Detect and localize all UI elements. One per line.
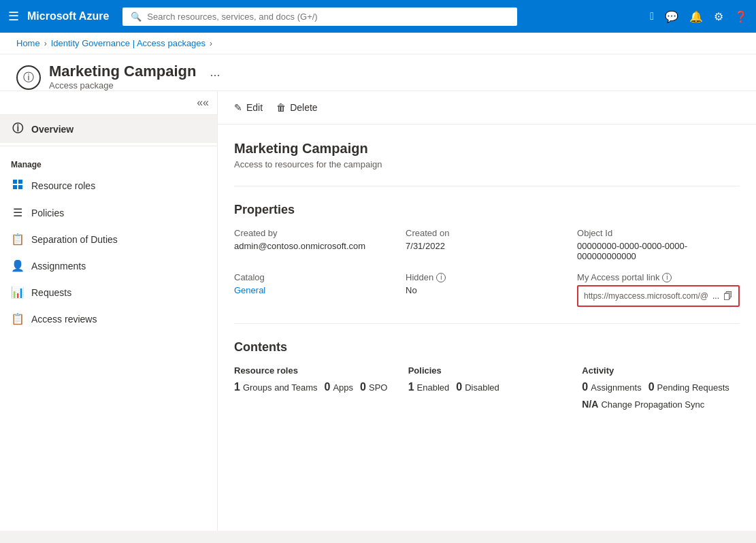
separation-of-duties-label: Separation of Duties — [31, 234, 118, 245]
edit-icon: ✎ — [234, 102, 242, 113]
portal-link-dots[interactable]: ... — [712, 291, 719, 301]
cloud-shell-icon[interactable]:  — [650, 10, 654, 22]
search-box[interactable]: 🔍 — [122, 7, 517, 26]
properties-title: Properties — [234, 203, 740, 217]
properties-section: Properties Created by admin@contoso.onmi… — [218, 186, 756, 323]
notifications-icon[interactable]: 🔔 — [689, 10, 703, 23]
svg-rect-3 — [18, 185, 22, 189]
sidebar-manage-label: Manage — [0, 149, 217, 172]
stat-disabled: 0 Disabled — [456, 381, 499, 393]
stat-change-propagation: N/A Change Propagation Sync — [582, 399, 704, 410]
created-on-col: Created on 7/31/2022 — [406, 228, 561, 261]
sidebar-item-overview[interactable]: ⓘ Overview — [0, 115, 217, 143]
resource-stats: 1 Groups and Teams 0 Apps 0 SPO — [234, 381, 392, 393]
package-subtitle: Access to resources for the campaign — [234, 159, 740, 169]
topbar-icons:  💬 🔔 ⚙ ❓ — [650, 10, 748, 23]
delete-icon: 🗑 — [276, 102, 286, 113]
toolbar: ✎ Edit 🗑 Delete — [218, 91, 756, 125]
hidden-col: Hidden i No — [406, 272, 561, 307]
hidden-label: Hidden i — [406, 272, 561, 282]
sidebar-item-access-reviews[interactable]: 📋 Access reviews — [0, 306, 217, 332]
object-id-label: Object Id — [577, 228, 740, 238]
portal-link-value: https://myaccess.microsoft.com/@ — [584, 291, 708, 301]
object-id-col: Object Id 00000000-0000-0000-0000-000000… — [577, 228, 740, 261]
page-header: ⓘ Marketing Campaign Access package ... — [0, 54, 756, 91]
catalog-label: Catalog — [234, 272, 389, 282]
svg-rect-1 — [18, 180, 22, 184]
search-input[interactable] — [147, 12, 509, 22]
edit-button[interactable]: ✎ Edit — [234, 99, 263, 116]
breadcrumb-home[interactable]: Home — [16, 38, 40, 48]
policies-col-label: Policies — [408, 365, 566, 376]
sidebar-divider-1 — [0, 146, 217, 146]
catalog-col: Catalog General — [234, 272, 389, 307]
sidebar-item-policies[interactable]: ☰ Policies — [0, 199, 217, 226]
created-on-label: Created on — [406, 228, 561, 238]
access-reviews-icon: 📋 — [11, 312, 24, 325]
package-info-section: Marketing Campaign Access to resources f… — [218, 125, 756, 186]
breadcrumb: Home › Identity Governance | Access pack… — [0, 33, 756, 54]
stat-groups-and-teams: 1 Groups and Teams — [234, 381, 318, 393]
stat-apps: 0 Apps — [325, 381, 354, 393]
change-propagation-row: N/A Change Propagation Sync — [582, 399, 740, 410]
contents-section: Contents Resource roles 1 Groups and Tea… — [218, 324, 756, 426]
policies-stats-col: Policies 1 Enabled 0 Disabled — [408, 365, 566, 410]
hidden-info-icon[interactable]: i — [436, 273, 446, 282]
copy-icon[interactable]: 🗍 — [723, 291, 733, 301]
assignments-icon: 👤 — [11, 259, 24, 272]
activity-col: Activity 0 Assignments 0 Pending Request… — [582, 365, 740, 410]
brand-label: Microsoft Azure — [27, 10, 109, 22]
sidebar-item-separation-of-duties[interactable]: 📋 Separation of Duties — [0, 226, 217, 252]
svg-rect-0 — [13, 180, 17, 184]
activity-stats: 0 Assignments 0 Pending Requests — [582, 381, 740, 393]
sidebar-item-resource-roles[interactable]: Resource roles — [0, 172, 217, 199]
page-title: Marketing Campaign — [49, 63, 196, 80]
portal-link-col: My Access portal link i https://myaccess… — [577, 272, 740, 307]
sidebar-item-assignments[interactable]: 👤 Assignments — [0, 252, 217, 279]
access-reviews-label: Access reviews — [31, 314, 97, 325]
stat-enabled: 1 Enabled — [408, 381, 450, 393]
catalog-value: General — [234, 285, 389, 295]
resource-roles-col-label: Resource roles — [234, 365, 392, 376]
collapse-button[interactable]: «« — [197, 97, 209, 109]
stat-spo: 0 SPO — [360, 381, 387, 393]
policies-label: Policies — [31, 208, 64, 218]
assignments-label: Assignments — [31, 261, 86, 272]
sidebar-item-overview-label: Overview — [31, 124, 73, 135]
catalog-link[interactable]: General — [234, 285, 265, 295]
page-subtitle: Access package — [49, 80, 196, 90]
resource-roles-icon — [11, 179, 24, 193]
sidebar-item-requests[interactable]: 📊 Requests — [0, 279, 217, 306]
topbar: ☰ Microsoft Azure 🔍  💬 🔔 ⚙ ❓ — [0, 0, 756, 33]
requests-label: Requests — [31, 287, 71, 298]
created-on-value: 7/31/2022 — [406, 241, 561, 251]
separation-icon: 📋 — [11, 233, 24, 246]
more-options-button[interactable]: ... — [210, 65, 220, 80]
object-id-value: 00000000-0000-0000-0000-000000000000 — [577, 241, 740, 261]
search-icon: 🔍 — [131, 12, 142, 22]
main-content: ✎ Edit 🗑 Delete Marketing Campaign Acces… — [218, 91, 756, 531]
help-icon[interactable]: ❓ — [734, 10, 748, 23]
package-title: Marketing Campaign — [234, 141, 740, 157]
overview-icon: ⓘ — [11, 122, 24, 136]
activity-col-label: Activity — [582, 365, 740, 376]
delete-button[interactable]: 🗑 Delete — [276, 99, 317, 116]
breadcrumb-identity-governance[interactable]: Identity Governance | Access packages — [51, 38, 206, 48]
stat-pending-requests: 0 Pending Requests — [648, 381, 729, 393]
policies-stats: 1 Enabled 0 Disabled — [408, 381, 566, 393]
policies-icon: ☰ — [11, 206, 24, 219]
breadcrumb-sep-2: › — [210, 39, 212, 48]
feedback-icon[interactable]: 💬 — [665, 10, 678, 23]
sidebar-collapse: «« — [0, 91, 217, 115]
portal-link-box: https://myaccess.microsoft.com/@ ... 🗍 — [577, 285, 740, 307]
properties-grid: Created by admin@contoso.onmicrosoft.com… — [234, 228, 740, 307]
created-by-value: admin@contoso.onmicrosoft.com — [234, 241, 389, 251]
hamburger-menu[interactable]: ☰ — [8, 9, 19, 24]
portal-link-info-icon[interactable]: i — [662, 273, 672, 282]
resource-roles-label: Resource roles — [31, 180, 95, 191]
hidden-value: No — [406, 285, 561, 295]
page-header-text: Marketing Campaign Access package — [49, 63, 196, 90]
settings-icon[interactable]: ⚙ — [714, 10, 723, 23]
svg-rect-2 — [13, 185, 17, 189]
contents-title: Contents — [234, 340, 740, 355]
